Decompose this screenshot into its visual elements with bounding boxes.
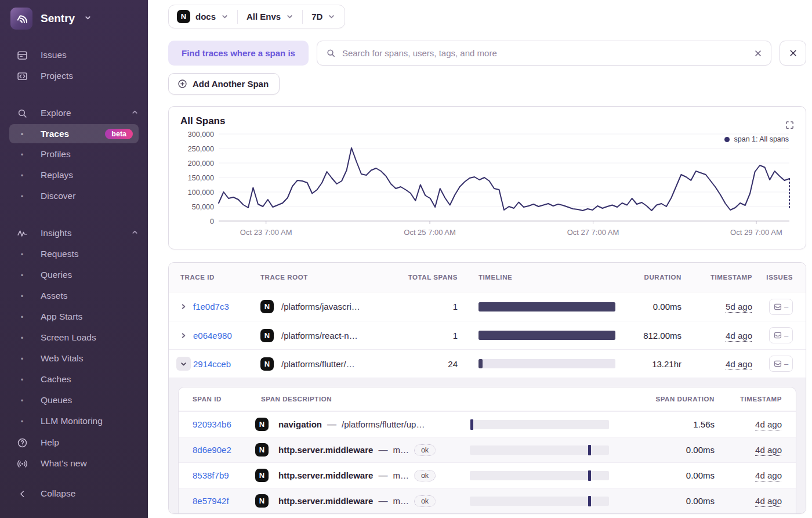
- sidebar-item-label: App Starts: [41, 311, 82, 322]
- span-search-box: [317, 41, 771, 66]
- span-timestamp-link[interactable]: 4d ago: [755, 496, 782, 506]
- span-id-link[interactable]: 8538f7b9: [193, 470, 255, 480]
- expanded-spans-zone: SPAN IDSPAN DESCRIPTIONSPAN DURATIONTIME…: [169, 378, 806, 513]
- traces-table: TRACE IDTRACE ROOTTOTAL SPANSTIMELINEDUR…: [168, 262, 806, 514]
- expand-trace-button[interactable]: [180, 332, 187, 339]
- trace-duration: 13.21hr: [652, 359, 682, 369]
- all-spans-chart-card: All Spans span 1: All spans 050,000100,0…: [168, 106, 806, 249]
- sidebar-item-label: Profiles: [41, 149, 71, 160]
- sidebar-group-explore[interactable]: Explore: [0, 103, 148, 124]
- issues-empty-dash: –: [784, 302, 788, 311]
- sidebar-item-label: Queues: [41, 395, 72, 405]
- span-op: http.server.middleware: [278, 445, 373, 455]
- sidebar-item-replays[interactable]: •Replays: [0, 165, 148, 186]
- chevron-up-icon: [131, 228, 139, 238]
- timeline-bar: [478, 302, 615, 311]
- nextjs-icon: N: [255, 418, 269, 431]
- sidebar-collapse-button[interactable]: Collapse: [0, 483, 148, 504]
- span-timestamp-link[interactable]: 4d ago: [755, 445, 782, 455]
- timeline-cell: [478, 331, 618, 340]
- span-id-link[interactable]: 920934b6: [193, 419, 255, 429]
- sidebar-item-profiles[interactable]: •Profiles: [0, 144, 148, 165]
- trace-issues-button[interactable]: –: [769, 299, 793, 315]
- trace-timestamp-link[interactable]: 4d ago: [726, 359, 752, 369]
- trace-id-link[interactable]: 2914cceb: [193, 359, 260, 369]
- column-header-timestamp: TIMESTAMP: [740, 396, 782, 403]
- trace-id-link[interactable]: f1e0d7c3: [193, 302, 260, 311]
- chart-legend[interactable]: span 1: All spans: [724, 135, 789, 143]
- plus-circle-icon: [177, 79, 187, 89]
- trace-timestamp-link[interactable]: 4d ago: [726, 331, 752, 340]
- trace-issues-button[interactable]: –: [769, 356, 793, 372]
- environment-selector[interactable]: All Envs: [246, 12, 293, 21]
- trace-issues-button[interactable]: –: [769, 327, 793, 343]
- fullscreen-icon[interactable]: [785, 121, 794, 129]
- help-icon: [16, 437, 28, 448]
- expand-trace-button[interactable]: [180, 303, 187, 310]
- span-op: http.server.middleware: [278, 496, 373, 506]
- sidebar-item-requests[interactable]: •Requests: [0, 244, 148, 265]
- span-timeline: [470, 420, 609, 429]
- sidebar-item-what-s-new[interactable]: What's new: [0, 453, 148, 474]
- trace-id-link[interactable]: e064e980: [193, 331, 260, 340]
- chevron-down-icon: [84, 13, 92, 24]
- span-timestamp-link[interactable]: 4d ago: [755, 470, 782, 480]
- sidebar-item-label: Discover: [41, 191, 75, 201]
- span-status-badge: ok: [414, 470, 436, 481]
- sidebar-item-assets[interactable]: •Assets: [0, 285, 148, 306]
- page-filter-bar: N docs All Envs 7D: [168, 5, 345, 28]
- span-timestamp-link[interactable]: 4d ago: [755, 419, 782, 429]
- divider: [302, 10, 303, 24]
- sidebar-group-insights[interactable]: Insights: [0, 223, 148, 244]
- bullet-icon: •: [16, 192, 28, 201]
- nextjs-icon: N: [260, 329, 274, 342]
- sidebar-item-screen-loads[interactable]: •Screen Loads: [0, 327, 148, 348]
- sidebar-footer: HelpWhat's new: [0, 432, 148, 474]
- nextjs-icon: N: [255, 494, 269, 508]
- span-duration: 0.00ms: [686, 496, 715, 506]
- sidebar-item-issues[interactable]: Issues: [0, 45, 148, 66]
- sidebar-item-queries[interactable]: •Queries: [0, 265, 148, 285]
- sidebar-item-queues[interactable]: •Queues: [0, 390, 148, 411]
- sidebar-item-projects[interactable]: Projects: [0, 66, 148, 86]
- sidebar-nav: IssuesProjectsExplore•Tracesbeta•Profile…: [0, 45, 148, 432]
- span-row: 8d6e90e2Nhttp.server.middleware—m…ok0.00…: [179, 437, 796, 462]
- sidebar-item-label: Caches: [41, 374, 71, 385]
- sidebar-item-discover[interactable]: •Discover: [0, 186, 148, 207]
- legend-label: span 1: All spans: [734, 135, 789, 143]
- span-path: m…: [393, 445, 409, 455]
- add-another-span-button[interactable]: Add Another Span: [168, 73, 280, 95]
- span-search-input[interactable]: [342, 48, 747, 58]
- total-spans: 1: [453, 302, 458, 311]
- main-content: N docs All Envs 7D Find traces where a s…: [148, 0, 812, 518]
- sidebar-item-traces[interactable]: •Tracesbeta: [9, 124, 139, 143]
- timeline-cell: [478, 359, 618, 368]
- remove-span-button[interactable]: [780, 41, 806, 66]
- trace-timestamp-link[interactable]: 5d ago: [726, 302, 752, 311]
- sidebar-item-app-starts[interactable]: •App Starts: [0, 306, 148, 327]
- span-id-link[interactable]: 8d6e90e2: [193, 445, 255, 455]
- span-id-link[interactable]: 8e57942f: [193, 496, 255, 506]
- bullet-icon: •: [16, 313, 28, 321]
- sidebar-item-help[interactable]: Help: [0, 432, 148, 453]
- legend-dot-icon: [724, 137, 730, 142]
- date-range-selector[interactable]: 7D: [311, 12, 335, 21]
- project-selector[interactable]: N docs: [177, 10, 229, 23]
- span-row: 8e57942fNhttp.server.middleware—m…ok0.00…: [179, 488, 796, 513]
- trace-duration: 812.00ms: [643, 331, 682, 340]
- collapse-trace-button[interactable]: [176, 357, 191, 371]
- span-timeline: [470, 471, 609, 480]
- nav-gap: [0, 86, 148, 103]
- insights-icon: [16, 228, 28, 239]
- svg-text:Oct 23 7:00 AM: Oct 23 7:00 AM: [240, 228, 292, 237]
- spans-subtable-header: SPAN IDSPAN DESCRIPTIONSPAN DURATIONTIME…: [179, 387, 796, 411]
- search-icon: [16, 108, 28, 119]
- clear-search-icon[interactable]: [753, 49, 763, 58]
- span-description: http.server.middleware—m…ok: [278, 495, 470, 507]
- sidebar-item-web-vitals[interactable]: •Web Vitals: [0, 348, 148, 369]
- sidebar-item-llm-monitoring[interactable]: •LLM Monitoring: [0, 411, 148, 432]
- org-switcher[interactable]: Sentry: [0, 0, 148, 35]
- svg-text:250,000: 250,000: [188, 145, 214, 153]
- sidebar-item-caches[interactable]: •Caches: [0, 369, 148, 390]
- sidebar-item-label: Assets: [41, 291, 68, 301]
